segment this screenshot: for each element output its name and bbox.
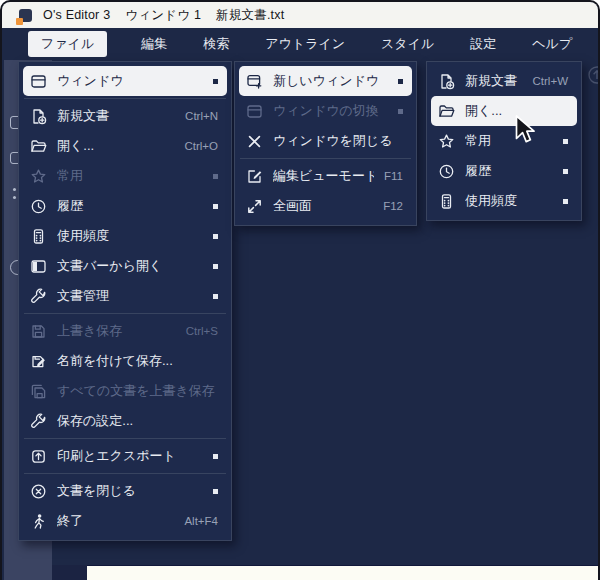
menu-separator	[24, 98, 226, 99]
document-new-icon	[438, 73, 455, 90]
menu-item[interactable]: 履歴	[23, 191, 227, 221]
menu-item-label: 履歴	[465, 162, 553, 180]
window-icon	[30, 73, 47, 90]
menu-item-label: 使用頻度	[465, 192, 553, 210]
clock-icon	[30, 198, 47, 215]
menu-item-label: 全画面	[273, 197, 373, 215]
menu-item-label: 名前を付けて保存...	[57, 352, 218, 370]
menu-item[interactable]: 開く...	[431, 96, 577, 126]
fullscreen-icon	[246, 198, 263, 215]
menu-item[interactable]: 使用頻度	[23, 221, 227, 251]
calculator-icon	[30, 228, 47, 245]
menu-item-label: 終了	[57, 512, 174, 530]
menu-item[interactable]: 印刷とエクスポート	[23, 441, 227, 471]
submenu-indicator-icon	[563, 169, 568, 174]
menu-separator	[24, 438, 226, 439]
menu-item: すべての文書を上書き保存	[23, 376, 227, 406]
save-all-icon	[30, 383, 47, 400]
menu-item[interactable]: 開く...Ctrl+O	[23, 131, 227, 161]
shortcut-label: F12	[383, 200, 403, 212]
submenu-indicator-icon	[398, 79, 403, 84]
menu-item[interactable]: 終了Alt+F4	[23, 506, 227, 536]
editor-text-area	[87, 565, 600, 580]
menu-item[interactable]: 文書管理	[23, 281, 227, 311]
menu-item[interactable]: ウィンドウを閉じる	[239, 126, 412, 156]
star-icon	[30, 168, 47, 185]
app-window: O's Editor 3 ウィンドウ 1 新規文書.txt ファイル編集検索アウ…	[0, 0, 600, 580]
side-toolbar-partial-icon	[13, 196, 16, 199]
menu-item[interactable]: 使用頻度	[431, 186, 577, 216]
menu-item[interactable]: 新しいウィンドウ	[239, 66, 412, 96]
star-icon	[438, 133, 455, 150]
menu-item[interactable]: 常用	[431, 126, 577, 156]
close-circle-icon	[30, 483, 47, 500]
window-icon	[246, 103, 263, 120]
menubar-item[interactable]: 設定	[468, 31, 498, 57]
menubar-item[interactable]: スタイル	[379, 31, 436, 57]
shortcut-label: Ctrl+W	[533, 75, 568, 87]
submenu-indicator-icon	[213, 489, 218, 494]
menu-item[interactable]: 履歴	[431, 156, 577, 186]
document-new-icon	[30, 108, 47, 125]
menu-item-label: 新規文書	[465, 72, 523, 90]
menu-separator	[240, 158, 411, 159]
save-icon	[30, 323, 47, 340]
menubar-item[interactable]: ヘルプ	[530, 31, 574, 57]
menu-item[interactable]: 編集ビューモードF11	[239, 161, 412, 191]
menu-separator	[24, 313, 226, 314]
menu-item[interactable]: 保存の設定...	[23, 406, 227, 436]
menu-item-label: ウィンドウ	[57, 72, 203, 90]
menu-item[interactable]: 全画面F12	[239, 191, 412, 221]
submenu-indicator-icon	[213, 79, 218, 84]
document-name-label: 新規文書.txt	[216, 7, 284, 24]
window-number-label: ウィンドウ 1	[125, 7, 201, 24]
menu-item[interactable]: 文書バーから開く	[23, 251, 227, 281]
menu-bar: ファイル編集検索アウトラインスタイル設定ヘルプ	[2, 28, 598, 60]
side-toolbar-partial-icon	[13, 188, 16, 191]
window-new-icon	[246, 73, 263, 90]
shortcut-label: Ctrl+O	[184, 140, 218, 152]
menubar-item[interactable]: ファイル	[28, 31, 107, 57]
menu-item[interactable]: ウィンドウ	[23, 66, 227, 96]
menu-item-label: すべての文書を上書き保存	[57, 382, 218, 400]
menu-item: 上書き保存Ctrl+S	[23, 316, 227, 346]
title-bar: O's Editor 3 ウィンドウ 1 新規文書.txt	[2, 2, 598, 28]
menu-item-label: 保存の設定...	[57, 412, 218, 430]
background-toolbar-button	[584, 62, 600, 88]
shortcut-label: Alt+F4	[184, 515, 218, 527]
menu-item[interactable]: 文書を閉じる	[23, 476, 227, 506]
exit-icon	[30, 513, 47, 530]
menubar-item[interactable]: 編集	[139, 31, 169, 57]
menu-item[interactable]: 新規文書Ctrl+W	[431, 66, 577, 96]
app-title: O's Editor 3	[43, 8, 110, 22]
submenu-indicator-icon	[563, 139, 568, 144]
menu-item[interactable]: 名前を付けて保存...	[23, 346, 227, 376]
submenu-indicator-icon	[213, 174, 218, 179]
menubar-item[interactable]: アウトライン	[263, 31, 347, 57]
menubar-item[interactable]: 検索	[201, 31, 231, 57]
submenu-indicator-icon	[213, 264, 218, 269]
shortcut-label: F11	[384, 170, 403, 182]
menu-item-label: 文書を閉じる	[57, 482, 203, 500]
menu-item: ウィンドウの切換	[239, 96, 412, 126]
wrench-icon	[30, 413, 47, 430]
menu-item-label: 開く...	[57, 137, 174, 155]
menu-item-label: 常用	[57, 167, 203, 185]
menu-item-label: 文書管理	[57, 287, 203, 305]
folder-open-icon	[438, 103, 455, 120]
new-window-submenu-panel: 新規文書Ctrl+W開く...常用履歴使用頻度	[426, 61, 582, 221]
shortcut-label: Ctrl+S	[186, 325, 218, 337]
menu-item-label: 新規文書	[57, 107, 175, 125]
menu-separator	[24, 473, 226, 474]
save-as-icon	[30, 353, 47, 370]
menu-item[interactable]: 新規文書Ctrl+N	[23, 101, 227, 131]
menu-item: 常用	[23, 161, 227, 191]
menu-item-label: 新しいウィンドウ	[273, 72, 388, 90]
menu-item-label: 印刷とエクスポート	[57, 447, 203, 465]
sidebar-icon	[30, 258, 47, 275]
menu-item-label: ウィンドウを閉じる	[273, 132, 403, 150]
app-logo-icon	[19, 9, 32, 22]
submenu-indicator-icon	[398, 109, 403, 114]
folder-open-icon	[30, 138, 47, 155]
clock-icon	[438, 163, 455, 180]
